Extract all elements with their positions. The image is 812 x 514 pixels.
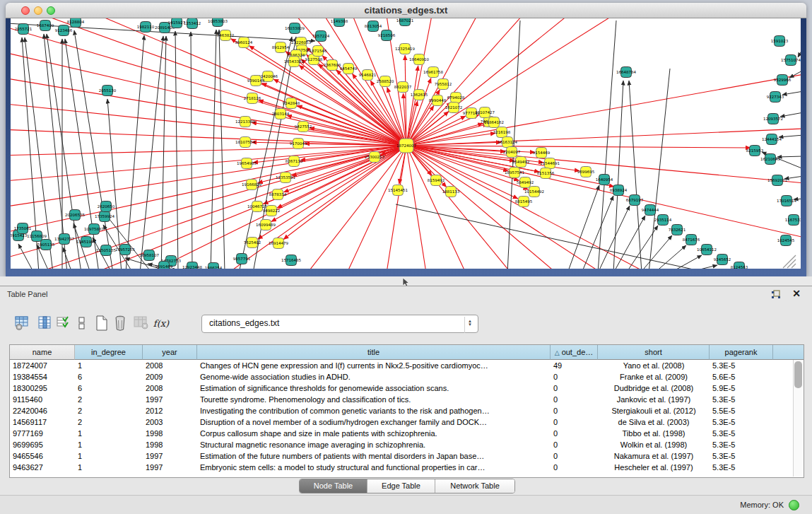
table-cell[interactable]: 1 — [75, 462, 143, 473]
table-cell[interactable]: 1997 — [143, 450, 197, 462]
row-height-icon[interactable] — [72, 313, 92, 333]
network-node[interactable]: 9329966 — [774, 75, 792, 86]
network-node[interactable]: 1149388 — [331, 18, 348, 27]
network-node[interactable]: 1621072 — [445, 103, 463, 113]
modify-table-icon[interactable] — [13, 313, 33, 333]
table-cell[interactable]: Changes of HCN gene expression and I(f) … — [197, 360, 551, 371]
network-node[interactable]: 1687021 — [396, 18, 414, 26]
network-node[interactable]: 8815495 — [515, 197, 533, 207]
table-row[interactable]: 977716911998Corpus callosum shape and si… — [10, 428, 804, 439]
table-cell[interactable]: Disruption of a novel member of a sodium… — [197, 416, 551, 428]
table-cell[interactable]: Investigating the contribution of common… — [197, 405, 551, 416]
network-node[interactable]: 1687409 — [37, 21, 54, 31]
table-cell[interactable]: 2012 — [143, 405, 197, 416]
table-cell[interactable]: 0 — [551, 450, 598, 462]
table-cell[interactable]: 5.3E-5 — [710, 394, 773, 405]
network-node[interactable]: 17957255 — [115, 245, 135, 255]
table-cell[interactable]: 0 — [551, 405, 598, 416]
network-node[interactable]: 10853803 — [208, 18, 228, 27]
network-node[interactable]: 12923448 — [182, 262, 202, 269]
network-node[interactable]: 18640910 — [409, 54, 429, 65]
network-node[interactable]: 16914479 — [269, 238, 288, 249]
table-selector-dropdown[interactable]: citations_edges.txt ▲▼ — [201, 315, 478, 333]
network-node[interactable]: 1253412 — [184, 18, 201, 29]
network-node[interactable]: 1982110 — [137, 22, 155, 33]
network-node[interactable]: 9218506 — [378, 30, 396, 41]
network-node[interactable]: 13942737 — [54, 234, 74, 245]
column-header-pagerank[interactable]: pagerank — [710, 345, 773, 360]
table-cell[interactable]: 1998 — [143, 439, 197, 450]
network-node[interactable]: 11451944 — [76, 237, 96, 247]
table-cell[interactable]: 9699695 — [10, 439, 75, 450]
network-node[interactable]: 1591023 — [771, 36, 789, 47]
network-node[interactable]: 9245652 — [714, 255, 731, 265]
table-cell[interactable]: 1998 — [143, 428, 197, 439]
table-cell[interactable]: 1997 — [143, 394, 197, 405]
table-cell[interactable]: Wolkin et al. (1998) — [598, 439, 710, 450]
table-cell[interactable]: Franke et al. (2009) — [598, 371, 710, 382]
network-canvas[interactable]: 2055721168740991234868128804198211020891… — [11, 18, 801, 269]
table-cell[interactable]: 2 — [75, 405, 143, 416]
network-node[interactable]: 8159492 — [428, 175, 445, 186]
table-cell[interactable]: Tourette syndrome. Phenomenology and cla… — [197, 394, 551, 405]
table-row[interactable]: 1872400712008Changes of HCN gene express… — [10, 360, 804, 371]
table-cell[interactable]: 5.3E-5 — [710, 360, 773, 371]
network-node[interactable]: 18107554 — [235, 137, 255, 148]
network-node[interactable]: 8151356 — [537, 168, 555, 179]
network-node[interactable]: 1986254 — [205, 263, 223, 269]
tab-network-table[interactable]: Network Table — [435, 479, 514, 493]
table-row[interactable]: 946554611997Estimation of the future num… — [10, 450, 804, 462]
delete-column-icon[interactable] — [110, 313, 130, 333]
table-cell[interactable]: Estimation of the future numbers of pati… — [197, 450, 551, 462]
table-row[interactable]: 969969511998Structural magnetic resonanc… — [10, 439, 804, 450]
network-node[interactable]: 16033809 — [285, 23, 305, 34]
table-row[interactable]: 946362711997Embryonic stem cells: a mode… — [10, 462, 804, 473]
vertical-scrollbar[interactable] — [793, 360, 804, 477]
table-cell[interactable]: 49 — [551, 360, 598, 371]
network-node[interactable]: 2935114 — [654, 215, 672, 226]
table-cell[interactable]: 0 — [551, 462, 598, 473]
resize-grip-icon[interactable] — [783, 255, 796, 268]
network-window-titlebar[interactable]: citations_edges.txt — [6, 3, 806, 18]
function-builder-icon[interactable]: f(x) — [151, 313, 171, 333]
table-cell[interactable]: 9465546 — [10, 450, 75, 462]
network-node[interactable]: 2055721 — [15, 24, 33, 35]
show-columns-icon[interactable] — [54, 313, 73, 333]
network-node[interactable]: 9474444 — [642, 205, 659, 216]
column-header-title[interactable]: title — [197, 345, 551, 360]
network-node[interactable]: 8454749 — [340, 64, 358, 74]
table-cell[interactable]: Nakamura et al. (1997) — [598, 450, 710, 462]
network-node[interactable]: 15716485 — [281, 255, 301, 266]
network-node[interactable]: 17016514 — [777, 196, 796, 206]
tab-edge-table[interactable]: Edge Table — [367, 479, 435, 493]
table-cell[interactable]: 2 — [75, 394, 143, 405]
table-cell[interactable]: de Silva et al. (2003) — [598, 416, 710, 428]
table-cell[interactable]: 9777169 — [10, 428, 75, 439]
table-cell[interactable]: 5.5E-5 — [710, 405, 773, 416]
table-cell[interactable]: 1 — [75, 360, 143, 371]
table-row[interactable]: 1456911722003Disruption of a novel membe… — [10, 416, 804, 428]
network-node[interactable]: 9170043 — [290, 139, 307, 149]
network-node[interactable]: 16648784 — [616, 67, 636, 78]
table-row[interactable]: 1830029562008Estimation of significance … — [10, 382, 804, 394]
network-node[interactable]: 1167533 — [785, 215, 801, 226]
table-cell[interactable]: 5.3E-5 — [710, 462, 773, 473]
network-node[interactable]: 9146821 — [359, 70, 377, 81]
table-cell[interactable]: Estimation of significance thresholds fo… — [197, 382, 551, 394]
network-node[interactable]: 12093572 — [763, 114, 783, 124]
new-table-icon[interactable] — [92, 313, 112, 333]
table-cell[interactable]: 1 — [75, 439, 143, 450]
network-node[interactable]: 8549492 — [512, 157, 530, 168]
table-cell[interactable]: 0 — [551, 371, 598, 382]
table-cell[interactable]: Embryonic stem cells: a model to study s… — [197, 462, 551, 473]
network-node[interactable]: 15145451 — [388, 185, 408, 196]
network-node[interactable]: 19654985 — [237, 158, 257, 169]
table-cell[interactable]: 1997 — [143, 462, 197, 473]
column-header-year[interactable]: year — [143, 345, 197, 360]
network-node[interactable]: 2588520 — [377, 76, 394, 87]
table-cell[interactable]: 6 — [75, 371, 143, 382]
table-cell[interactable]: 5.3E-5 — [710, 428, 773, 439]
network-node[interactable]: 8912954 — [272, 42, 290, 53]
network-node[interactable]: 16210643 — [760, 154, 780, 165]
network-node[interactable]: 15751074 — [781, 55, 801, 66]
